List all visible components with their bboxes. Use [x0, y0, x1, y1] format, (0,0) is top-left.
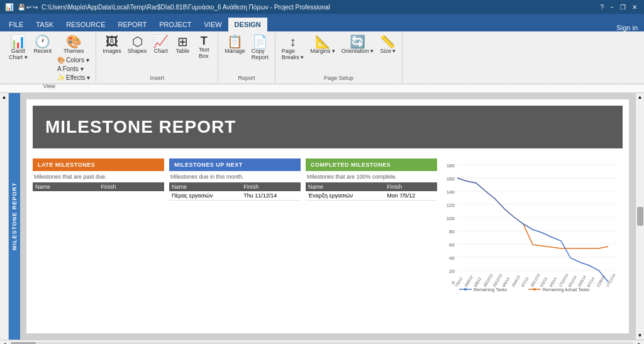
images-label: Images — [103, 48, 121, 54]
sidebar-label-text: MILESTONE REPORT — [11, 182, 18, 250]
page-breaks-button[interactable]: ↕ PageBreaks ▾ — [279, 34, 307, 62]
chart-label: Chart — [154, 48, 168, 54]
images-button[interactable]: 🖼 Images — [100, 34, 124, 55]
themes-icon: 🎨 — [66, 35, 82, 48]
orientation-label: Orientation ▾ — [341, 48, 374, 54]
up-next-milestones-body: Πέρας εργασιώνThu 11/12/14 — [169, 191, 301, 201]
manage-label: Manage — [225, 48, 245, 54]
scroll-up-arrow[interactable]: ▲ — [638, 94, 643, 100]
copy-report-icon: 📄 — [252, 35, 268, 48]
late-col-name: Name — [33, 182, 99, 191]
svg-text:21/8/14: 21/8/14 — [596, 275, 606, 288]
milestone-sections: LATE MILESTONES Milestones that are past… — [33, 158, 437, 289]
shapes-icon: ⬡ — [132, 35, 143, 48]
ribbon-group-page-setup: ↕ PageBreaks ▾ 📐 Margins ▾ 🔄 Orientation… — [275, 33, 403, 82]
copy-report-label: CopyReport — [252, 48, 269, 60]
burndown-chart: 180 160 140 120 100 80 60 40 20 0 — [437, 158, 623, 294]
recent-button[interactable]: 🕐 Recent — [31, 34, 55, 55]
svg-text:80: 80 — [449, 229, 455, 235]
help-button[interactable]: ? — [599, 4, 606, 11]
h-scroll-thumb[interactable] — [11, 342, 36, 345]
ribbon-group-insert-items: 🖼 Images ⬡ Shapes 📈 Chart ⊞ Table T Text… — [100, 34, 214, 74]
chart-button[interactable]: 📈 Chart — [150, 34, 171, 55]
ribbon-tabs: FILE TASK RESOURCE REPORT PROJECT VIEW D… — [0, 14, 644, 31]
minimize-button[interactable]: − — [608, 4, 616, 11]
colors-button[interactable]: 🎨 Colors ▾ — [55, 56, 92, 64]
bottom-scrollbar[interactable]: ◄ ► — [0, 340, 644, 344]
late-milestones-section: LATE MILESTONES Milestones that are past… — [33, 158, 164, 289]
tab-resource[interactable]: RESOURCE — [60, 18, 111, 31]
copy-report-button[interactable]: 📄 CopyReport — [249, 34, 271, 62]
manage-icon: 📋 — [227, 35, 243, 48]
up-next-milestones-desc: Milestones due in this month. — [169, 171, 301, 182]
svg-text:100: 100 — [447, 216, 455, 221]
h-scroll-right[interactable]: ► — [635, 341, 644, 344]
textbox-button[interactable]: T TextBox — [194, 34, 214, 60]
row-name: Πέρας εργασιών — [169, 191, 241, 201]
up-next-milestones-section: MILESTONES UP NEXT Milestones due in thi… — [169, 158, 301, 289]
v-scroll-top[interactable]: ▲ — [0, 93, 9, 340]
scroll-thumb[interactable] — [637, 207, 643, 226]
themes-label: Themes — [64, 48, 84, 54]
images-icon: 🖼 — [106, 35, 118, 48]
sidebar-label: MILESTONE REPORT — [9, 93, 20, 340]
margins-button[interactable]: 📐 Margins ▾ — [308, 34, 338, 55]
svg-text:60: 60 — [449, 242, 455, 248]
undo-icon[interactable]: ↩ — [26, 4, 31, 11]
completed-milestones-desc: Milestones that are 100% complete. — [306, 171, 437, 182]
themes-button[interactable]: 🎨 Themes — [55, 34, 92, 55]
v-scrollbar[interactable]: ▲ ▼ — [635, 93, 644, 340]
manage-button[interactable]: 📋 Manage — [222, 34, 248, 55]
remaining-tasks-line — [457, 178, 608, 282]
scroll-up-icon[interactable]: ▲ — [2, 94, 7, 100]
fonts-label: Fonts ▾ — [63, 65, 84, 72]
svg-text:40: 40 — [449, 255, 455, 261]
tab-task[interactable]: TASK — [30, 18, 60, 31]
restore-button[interactable]: ❐ — [618, 4, 628, 11]
app-icon: 📊 — [5, 3, 14, 11]
scroll-thumb-area[interactable] — [637, 100, 643, 333]
svg-text:120: 120 — [447, 203, 455, 208]
close-button[interactable]: ✕ — [630, 4, 639, 11]
main-area: ▲ MILESTONE REPORT MILESTONE REPORT LATE… — [0, 93, 644, 340]
h-scroll-track[interactable] — [11, 342, 633, 345]
sign-in[interactable]: Sign in — [616, 24, 644, 31]
svg-text:140: 140 — [447, 189, 455, 195]
redo-icon[interactable]: ↪ — [33, 4, 38, 11]
page-breaks-label: PageBreaks ▾ — [282, 48, 304, 60]
tab-view[interactable]: VIEW — [197, 18, 228, 31]
ribbon-group-report: 📋 Manage 📄 CopyReport Report — [218, 33, 275, 82]
remaining-actual-line — [457, 178, 608, 248]
svg-text:180: 180 — [447, 163, 455, 169]
textbox-icon: T — [201, 35, 208, 47]
late-milestones-header: LATE MILESTONES — [33, 158, 164, 171]
svg-text:160: 160 — [447, 176, 455, 182]
legend-remaining-dot — [464, 288, 467, 291]
fonts-button[interactable]: A Fonts ▾ — [55, 65, 92, 73]
shapes-button[interactable]: ⬡ Shapes — [125, 34, 150, 55]
completed-milestones-table: Name Finish Έναρξη εργασιώνMon 7/5/12 — [306, 182, 437, 201]
orientation-button[interactable]: 🔄 Orientation ▾ — [339, 34, 377, 55]
gantt-chart-button[interactable]: 📊 GanttChart ▾ — [6, 34, 30, 62]
tab-design[interactable]: DESIGN — [228, 18, 267, 31]
svg-text:7/5/12: 7/5/12 — [455, 276, 464, 287]
effects-icon: ✨ — [57, 74, 65, 81]
tab-project[interactable]: PROJECT — [153, 18, 197, 31]
size-button[interactable]: 📏 Size ▾ — [377, 34, 398, 55]
tab-file[interactable]: FILE — [3, 18, 30, 31]
ribbon-group-view-items: 📊 GanttChart ▾ 🕐 Recent 🎨 Themes 🎨 Color… — [6, 34, 92, 82]
effects-button[interactable]: ✨ Effects ▾ — [55, 74, 92, 82]
svg-text:5/2/14: 5/2/14 — [540, 276, 548, 287]
report-title: MILESTONE REPORT — [33, 106, 623, 148]
scroll-down-arrow[interactable]: ▼ — [638, 333, 643, 338]
completed-milestones-section: COMPLETED MILESTONES Milestones that are… — [306, 158, 437, 289]
ribbon-group-insert: 🖼 Images ⬡ Shapes 📈 Chart ⊞ Table T Text… — [96, 33, 218, 82]
svg-text:25/4/13: 25/4/13 — [511, 275, 521, 288]
tab-report[interactable]: REPORT — [112, 18, 153, 31]
h-scroll-left[interactable]: ◄ — [0, 341, 9, 344]
svg-text:9/4/13: 9/4/13 — [502, 276, 511, 287]
x-axis-labels: 7/5/12 20/6/12 9/8/12 30/10/12 26/12/12 … — [455, 273, 616, 288]
save-icon[interactable]: 💾 — [18, 4, 25, 11]
themes-group: 🎨 Themes 🎨 Colors ▾ A Fonts ▾ ✨ Effects … — [55, 34, 92, 82]
table-button[interactable]: ⊞ Table — [172, 34, 192, 55]
